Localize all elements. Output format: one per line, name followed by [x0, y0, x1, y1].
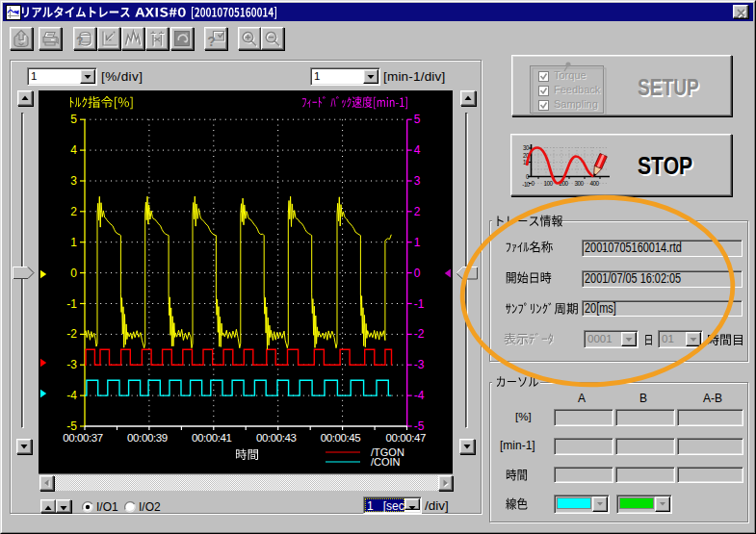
svg-text:300: 300: [574, 180, 584, 187]
svg-text:4: 4: [70, 143, 77, 157]
svg-text:5: 5: [414, 113, 421, 126]
svg-text:-5: -5: [66, 420, 77, 433]
svg-text:00:00:43: 00:00:43: [256, 432, 297, 444]
svg-text:1: 1: [70, 236, 77, 249]
svg-text:3: 3: [70, 174, 77, 188]
svg-text:00:00:47: 00:00:47: [385, 432, 426, 444]
svg-text:5: 5: [70, 113, 77, 126]
svg-text:-1: -1: [66, 297, 77, 311]
svg-text:-1: -1: [414, 297, 425, 311]
svg-text:-4: -4: [414, 389, 425, 402]
svg-text:-10: -10: [522, 181, 530, 188]
svg-text:3: 3: [414, 174, 421, 188]
svg-text:00:00:39: 00:00:39: [127, 432, 168, 444]
svg-text:-5: -5: [414, 420, 425, 433]
svg-text:2: 2: [414, 205, 421, 218]
svg-text:?: ?: [76, 35, 83, 48]
svg-text:-3: -3: [414, 358, 425, 371]
svg-text:400: 400: [589, 180, 599, 187]
svg-text:4: 4: [414, 143, 421, 157]
svg-text:-2: -2: [66, 327, 77, 341]
svg-text:00:00:45: 00:00:45: [321, 432, 361, 444]
svg-text:-4: -4: [66, 389, 77, 402]
svg-text:0: 0: [532, 180, 535, 187]
svg-text:-3: -3: [66, 358, 77, 371]
svg-text:/COIN: /COIN: [371, 456, 401, 468]
svg-text:100: 100: [543, 180, 553, 187]
svg-text:-2: -2: [414, 327, 425, 341]
svg-text:00:00:41: 00:00:41: [192, 432, 232, 444]
svg-text:?: ?: [207, 34, 216, 49]
svg-text:2: 2: [70, 205, 77, 218]
svg-text:00:00:37: 00:00:37: [63, 432, 103, 444]
svg-text:1: 1: [414, 236, 421, 249]
svg-text:0: 0: [70, 267, 77, 280]
svg-text:0: 0: [414, 267, 421, 280]
svg-text:30: 30: [523, 144, 530, 151]
